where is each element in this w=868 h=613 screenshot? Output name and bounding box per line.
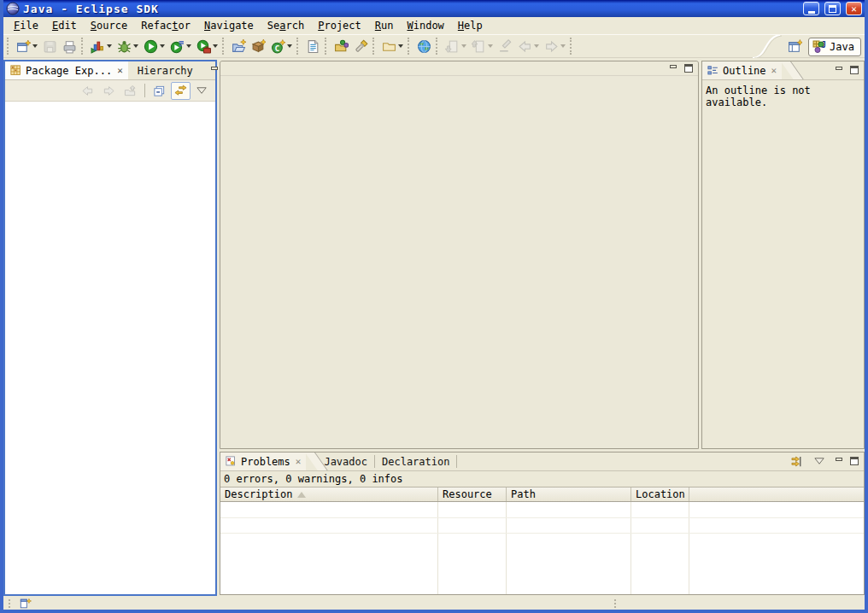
new-java-project-button[interactable] bbox=[229, 36, 249, 56]
tab-close-icon[interactable]: ✕ bbox=[117, 65, 123, 76]
menu-item-search[interactable]: Search bbox=[261, 17, 311, 34]
menu-item-file[interactable]: File bbox=[7, 17, 45, 34]
dropdown-arrow-icon[interactable] bbox=[461, 44, 466, 48]
tab-close-icon[interactable]: ✕ bbox=[296, 456, 302, 467]
menu-item-window[interactable]: Window bbox=[400, 17, 450, 34]
maximize-view-button[interactable] bbox=[847, 456, 860, 467]
dropdown-arrow-icon[interactable] bbox=[32, 44, 38, 48]
run-button[interactable] bbox=[141, 36, 167, 56]
open-perspective-button[interactable] bbox=[785, 37, 805, 57]
dropdown-arrow-icon[interactable] bbox=[534, 44, 539, 48]
back-button[interactable] bbox=[515, 36, 542, 56]
column-header-label: Resource bbox=[443, 488, 492, 500]
toolbar-grip[interactable] bbox=[81, 38, 85, 55]
next-annotation-icon bbox=[445, 39, 460, 54]
problems-table-body[interactable] bbox=[220, 502, 864, 594]
dropdown-arrow-icon[interactable] bbox=[213, 44, 218, 48]
menu-item-refactor[interactable]: Refactor bbox=[134, 17, 197, 34]
debug-button[interactable] bbox=[114, 36, 141, 56]
last-edit-location-button[interactable] bbox=[496, 36, 515, 56]
menu-item-project[interactable]: Project bbox=[311, 17, 368, 34]
package-explorer-tree[interactable] bbox=[5, 102, 215, 594]
print-button[interactable] bbox=[60, 36, 79, 56]
external-tools-button[interactable] bbox=[194, 36, 220, 56]
run-configurations-button[interactable] bbox=[167, 36, 194, 56]
toolbar-grip[interactable] bbox=[296, 38, 300, 55]
view-menu-icon bbox=[812, 454, 827, 469]
collapse-all-button[interactable] bbox=[150, 82, 169, 100]
up-button[interactable] bbox=[120, 82, 140, 100]
fast-view-button[interactable] bbox=[15, 598, 35, 610]
dropdown-arrow-icon[interactable] bbox=[160, 44, 165, 48]
column-header-path[interactable]: Path bbox=[507, 487, 631, 501]
tab-close-icon[interactable]: ✕ bbox=[771, 65, 777, 76]
menu-item-source[interactable]: Source bbox=[84, 17, 134, 34]
minimize-editor-button[interactable] bbox=[666, 63, 679, 74]
dropdown-arrow-icon[interactable] bbox=[488, 44, 493, 48]
statusbar-grip[interactable] bbox=[9, 599, 12, 608]
previous-annotation-button[interactable] bbox=[469, 36, 496, 56]
new-wizard-button[interactable] bbox=[14, 36, 40, 56]
tab-problems[interactable]: Problems ✕ bbox=[220, 452, 306, 470]
menu-item-navigate[interactable]: Navigate bbox=[197, 17, 261, 34]
close-button[interactable]: ✕ bbox=[846, 2, 862, 15]
new-java-package-button[interactable] bbox=[249, 36, 268, 56]
view-menu-button[interactable] bbox=[192, 82, 212, 100]
minimize-view-button[interactable] bbox=[832, 456, 845, 467]
minimize-button[interactable] bbox=[803, 2, 819, 15]
tab-package-explorer[interactable]: Package Exp... ✕ bbox=[5, 61, 128, 79]
column-header-location[interactable]: Location bbox=[631, 487, 689, 501]
window-title: Java - Eclipse SDK bbox=[23, 3, 798, 15]
open-resource-button[interactable] bbox=[379, 36, 406, 56]
tab-hierarchy[interactable]: Hierarchy bbox=[127, 61, 198, 79]
dropdown-arrow-icon[interactable] bbox=[186, 44, 191, 48]
back-button[interactable] bbox=[78, 82, 97, 100]
previous-annotation-icon bbox=[472, 39, 486, 54]
save-button[interactable] bbox=[40, 36, 60, 56]
menu-item-edit[interactable]: Edit bbox=[45, 17, 84, 34]
java-perspective-button[interactable]: J Java bbox=[808, 38, 861, 56]
maximize-button[interactable] bbox=[824, 2, 841, 15]
menu-item-help[interactable]: Help bbox=[451, 17, 490, 34]
web-browser-button[interactable] bbox=[414, 36, 434, 56]
open-type-button[interactable] bbox=[331, 36, 351, 56]
column-header-description[interactable]: Description bbox=[220, 487, 438, 501]
tab-hierarchy-label: Hierarchy bbox=[138, 65, 193, 77]
column-header-resource[interactable]: Resource bbox=[438, 487, 507, 501]
editor-empty-area[interactable] bbox=[220, 76, 698, 448]
table-grid-line bbox=[689, 502, 689, 594]
link-with-editor-button[interactable] bbox=[171, 82, 191, 100]
dropdown-arrow-icon[interactable] bbox=[287, 44, 292, 48]
new-scrapbook-page-button[interactable] bbox=[303, 36, 323, 56]
toolbar-grip[interactable] bbox=[570, 38, 573, 55]
toolbar-grip[interactable] bbox=[7, 38, 10, 55]
tab-outline[interactable]: Outline ✕ bbox=[702, 61, 782, 79]
search-button[interactable] bbox=[351, 36, 371, 56]
next-annotation-button[interactable] bbox=[443, 36, 469, 56]
maximize-view-button[interactable] bbox=[847, 65, 860, 76]
dropdown-arrow-icon[interactable] bbox=[107, 44, 112, 48]
toolbar-grip[interactable] bbox=[222, 38, 226, 55]
minimize-view-button[interactable] bbox=[832, 65, 845, 76]
toolbar-grip[interactable] bbox=[372, 38, 376, 55]
view-menu-button[interactable] bbox=[810, 452, 830, 472]
dropdown-arrow-icon[interactable] bbox=[560, 44, 566, 48]
tab-javadoc[interactable]: Javadoc bbox=[315, 452, 372, 470]
search-icon bbox=[354, 39, 368, 54]
tab-declaration[interactable]: Declaration bbox=[377, 452, 455, 470]
run-last-launched-button[interactable] bbox=[88, 36, 114, 56]
toolbar-grip[interactable] bbox=[325, 38, 328, 55]
statusbar-grip[interactable] bbox=[614, 599, 618, 608]
toolbar-grip[interactable] bbox=[436, 38, 439, 55]
new-class-button[interactable]: C bbox=[268, 36, 295, 56]
back-icon bbox=[518, 39, 532, 54]
forward-button[interactable] bbox=[542, 36, 568, 56]
toolbar-grip[interactable] bbox=[408, 38, 411, 55]
menu-item-run[interactable]: Run bbox=[368, 17, 401, 34]
dropdown-arrow-icon[interactable] bbox=[133, 44, 138, 48]
svg-text:J: J bbox=[821, 40, 826, 50]
maximize-editor-button[interactable] bbox=[682, 63, 695, 74]
forward-button[interactable] bbox=[99, 82, 119, 100]
dropdown-arrow-icon[interactable] bbox=[398, 44, 403, 48]
filters-button[interactable] bbox=[788, 452, 807, 472]
